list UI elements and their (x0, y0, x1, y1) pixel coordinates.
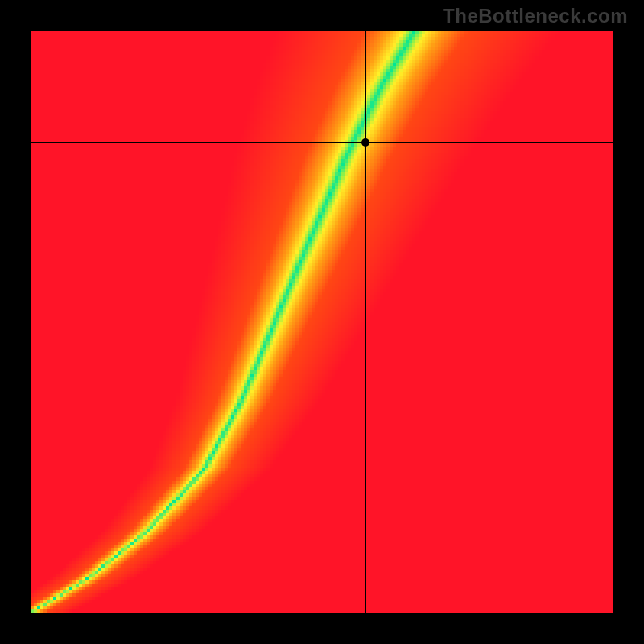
crosshair-horizontal (31, 142, 613, 143)
marker-dot (361, 138, 369, 147)
chart-container: TheBottleneck.com (0, 0, 644, 644)
heatmap-canvas (31, 31, 613, 613)
crosshair-vertical (365, 31, 366, 613)
watermark-text: TheBottleneck.com (443, 5, 628, 27)
